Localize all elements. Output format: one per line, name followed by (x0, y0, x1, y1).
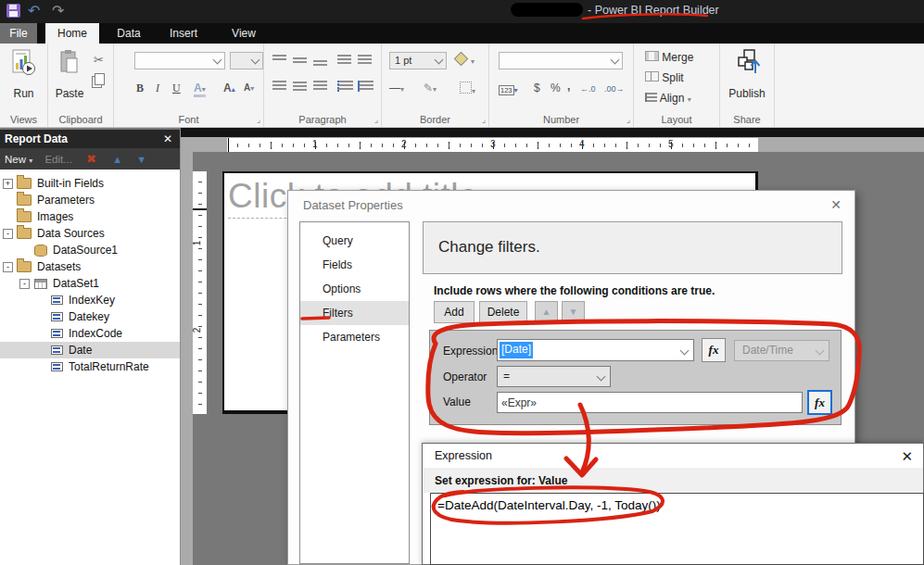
run-button[interactable] (12, 49, 36, 80)
align-bottom-button[interactable] (313, 55, 327, 69)
decrease-decimal-button[interactable]: .00→ (604, 82, 625, 96)
expression-combo[interactable]: [Date] (497, 339, 694, 361)
align-left-button[interactable] (272, 81, 286, 94)
shrink-font-button[interactable]: A▾ (244, 81, 254, 96)
fill-color-button[interactable]: ▾ (456, 54, 475, 67)
operator-combo[interactable]: = (497, 366, 611, 387)
nav-item-options[interactable]: Options (300, 277, 409, 301)
tab-file[interactable]: File (0, 23, 37, 44)
cut-icon[interactable]: ✂ (94, 53, 104, 67)
tree-item-datekey[interactable]: Datekey (0, 308, 180, 325)
copy-icon[interactable] (95, 73, 105, 88)
value-fx-button[interactable]: fx (807, 390, 832, 415)
number-dialog-launcher-icon[interactable]: ⌟ (627, 116, 630, 124)
numbered-list-button[interactable] (358, 81, 373, 94)
italic-button[interactable]: I (156, 81, 159, 95)
split-button[interactable]: Split (645, 71, 684, 84)
bullet-list-button[interactable] (337, 81, 353, 94)
tree-item-date[interactable]: Date (0, 342, 180, 358)
expression-dialog-close-icon[interactable]: ✕ (901, 448, 913, 465)
number-format-badge-button[interactable]: 123▾ (499, 82, 518, 95)
tree-item-datasource1[interactable]: DataSource1 (0, 242, 180, 258)
expression-selected-value: [Date] (500, 342, 533, 358)
delete-button[interactable]: Delete (479, 301, 527, 323)
tree-item-images[interactable]: Images (0, 208, 180, 225)
paste-button[interactable] (59, 49, 80, 78)
border-width-combo[interactable]: 1 pt (389, 52, 447, 69)
tree-item-dataset1[interactable]: -DataSet1 (0, 275, 180, 292)
align-middle-button[interactable] (293, 55, 307, 69)
tree-item-datasets[interactable]: -Datasets (0, 258, 180, 275)
font-color-button[interactable]: A▾ (194, 81, 206, 97)
nav-item-fields[interactable]: Fields (300, 253, 409, 277)
redo-icon[interactable]: ↷ (52, 1, 64, 21)
grow-font-button[interactable]: A▴ (223, 81, 235, 97)
move-up-icon[interactable]: ▲ (112, 154, 122, 165)
percent-button[interactable]: % (551, 81, 561, 95)
save-icon[interactable] (6, 4, 20, 18)
underline-button[interactable]: U (172, 81, 181, 95)
value-input[interactable] (497, 392, 803, 413)
ribbon-group-font: B I U A▾ A▴ A▾ Font ⌟ (114, 44, 264, 127)
currency-button[interactable]: $ (534, 81, 540, 95)
decrease-indent-button[interactable] (337, 55, 351, 69)
paragraph-dialog-launcher-icon[interactable]: ⌟ (374, 116, 378, 124)
tree-item-data-sources[interactable]: -Data Sources (0, 225, 180, 242)
merge-button[interactable]: Merge (645, 51, 693, 64)
ribbon-group-number: 123▾ $ % , ←.0 .00→ Number ⌟ (489, 44, 634, 127)
nav-item-query[interactable]: Query (300, 229, 409, 253)
font-name-combo[interactable] (134, 52, 225, 69)
move-filter-up-button[interactable]: ▲ (535, 301, 558, 323)
bold-button[interactable]: B (136, 81, 144, 95)
move-filter-down-button[interactable]: ▼ (562, 301, 585, 323)
increase-decimal-button[interactable]: ←.0 (580, 82, 596, 96)
thousands-separator-button[interactable]: , (567, 79, 570, 94)
ribbon-group-share: Publish Share (720, 44, 775, 127)
nav-item-parameters[interactable]: Parameters (300, 325, 409, 349)
align-right-button[interactable] (313, 81, 327, 94)
tree-item-indexcode[interactable]: IndexCode (0, 325, 180, 342)
font-size-combo[interactable] (230, 52, 263, 69)
add-button[interactable]: Add (434, 301, 475, 323)
align-top-button[interactable] (272, 55, 286, 69)
expression-fx-button[interactable]: fx (702, 338, 726, 362)
publish-button[interactable] (736, 49, 760, 78)
filter-row-panel: Expression [Date] fx Date/Time Operator … (429, 330, 842, 425)
border-line-style-button[interactable]: —▾ (389, 81, 404, 97)
tree-item-indexkey[interactable]: IndexKey (0, 292, 180, 308)
report-data-close-icon[interactable]: ✕ (163, 130, 172, 148)
border-box-button[interactable]: ▾ (460, 82, 475, 96)
tab-home[interactable]: Home (45, 23, 99, 44)
report-data-title: Report Data (5, 132, 68, 145)
font-dialog-launcher-icon[interactable]: ⌟ (257, 116, 260, 124)
tab-insert[interactable]: Insert (158, 23, 209, 44)
power-bi-report-builder-window: ↶ ↷ - Power BI Report Builder File Home … (0, 0, 924, 565)
expression-code-editor[interactable]: =DateAdd(DateInterval.Day, -1, Today()) (430, 493, 924, 565)
ruler-number: 3 (490, 139, 496, 149)
move-down-icon[interactable]: ▼ (136, 154, 146, 165)
edit-button[interactable]: Edit... (44, 154, 71, 165)
ruler-number: 2 (401, 139, 407, 149)
ribbon-group-border: 1 pt ▾ —▾ ✎▾ ▾ Border ⌟ (382, 44, 489, 127)
increase-indent-button[interactable] (358, 55, 372, 69)
border-pen-button[interactable]: ✎▾ (424, 81, 437, 97)
dialog-close-icon[interactable]: ✕ (830, 197, 842, 212)
tree-item-totalreturnrate[interactable]: TotalReturnRate (0, 358, 180, 375)
group-label-number: Number (489, 114, 633, 125)
number-format-combo[interactable] (499, 52, 623, 69)
design-left-margin (181, 152, 193, 565)
nav-item-filters[interactable]: Filters (300, 301, 409, 325)
tab-view[interactable]: View (221, 23, 267, 44)
undo-icon[interactable]: ↶ (28, 1, 40, 21)
new-button[interactable]: New ▾ (5, 154, 32, 165)
data-type-combo[interactable]: Date/Time (734, 340, 829, 361)
ruler-number: 2 (192, 328, 202, 333)
align-button[interactable]: Align ▾ (645, 92, 691, 105)
delete-icon[interactable]: ✖ (86, 152, 96, 166)
border-dialog-launcher-icon[interactable]: ⌟ (482, 116, 486, 124)
tab-data[interactable]: Data (108, 23, 150, 44)
tree-item-parameters[interactable]: Parameters (0, 192, 180, 208)
dialog-nav-list: Query Fields Options Filters Parameters (299, 221, 410, 564)
align-center-button[interactable] (293, 81, 307, 94)
tree-item-built-in-fields[interactable]: +Built-in Fields (0, 175, 180, 192)
